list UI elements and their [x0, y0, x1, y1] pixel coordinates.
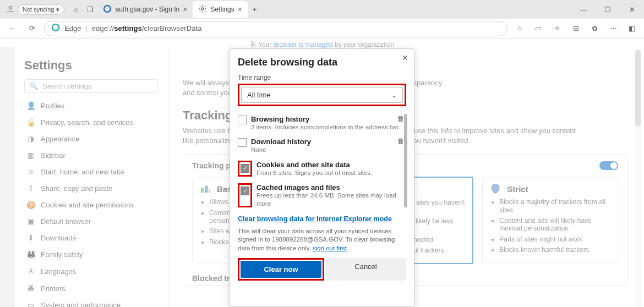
checkbox-download-history[interactable]	[238, 138, 247, 147]
close-dialog-button[interactable]: ✕	[402, 53, 408, 62]
sync-note: This will clear your data across all you…	[238, 227, 406, 253]
sidebar-icon: ▥	[26, 151, 35, 160]
sync-status-pill[interactable]: Not syncing ▾	[18, 4, 64, 15]
sidebar-item-languages[interactable]: ＡLanguages	[24, 262, 158, 280]
cookies-icon: 🍪	[26, 200, 35, 209]
shield-icon	[489, 183, 501, 195]
svg-rect-5	[205, 186, 208, 193]
time-range-select[interactable]: All time ⌄	[241, 87, 403, 103]
download-icon: ⬇	[26, 233, 35, 242]
split-screen-icon[interactable]: ◧	[624, 21, 640, 36]
family-icon: 👪	[26, 250, 35, 259]
svg-rect-4	[201, 188, 204, 193]
clear-now-button[interactable]: Clear now	[241, 261, 321, 278]
cancel-button[interactable]: Cancel	[325, 258, 406, 281]
list-item[interactable]: Download history None 🗑	[238, 135, 406, 158]
back-button[interactable]: ←	[4, 21, 20, 36]
scrollbar[interactable]	[635, 50, 641, 307]
sidebar-item-sidebar[interactable]: ▥Sidebar	[24, 147, 158, 163]
close-icon[interactable]: ×	[238, 5, 242, 14]
address-bar[interactable]: Edge | edge://settings/clearBrowserData	[44, 21, 507, 36]
svg-point-1	[104, 6, 111, 12]
search-settings-input[interactable]: 🔍 Search settings	[24, 79, 158, 93]
list-item[interactable]: ✓ Cached images and files Frees up less …	[238, 181, 406, 212]
svg-point-2	[201, 8, 204, 10]
data-type-list: Browsing history 3 items. Includes autoc…	[238, 113, 406, 212]
refresh-button[interactable]: ⟳	[24, 21, 40, 36]
search-placeholder: Search settings	[42, 82, 92, 90]
login-favicon-icon	[103, 4, 112, 15]
ie-mode-link[interactable]: Clear browsing data for Internet Explore…	[238, 215, 392, 223]
chevron-down-icon: ▾	[56, 6, 59, 13]
svg-point-0	[9, 7, 12, 9]
time-range-label: Time range	[238, 74, 406, 81]
home-icon: ⎚	[26, 167, 35, 176]
extensions-icon[interactable]: ✿	[587, 21, 602, 36]
browser-icon: ▣	[26, 217, 35, 226]
sidebar-item-default-browser[interactable]: ▣Default browser	[24, 213, 158, 229]
sidebar-item-family[interactable]: 👪Family safety	[24, 246, 158, 262]
browser-tab[interactable]: auth.gsa.gov - Sign In ×	[97, 1, 193, 18]
tracking-toggle[interactable]	[599, 161, 618, 170]
new-tab-button[interactable]: ＋	[248, 2, 262, 17]
system-icon: ▭	[26, 300, 35, 307]
trash-icon[interactable]: 🗑	[397, 114, 404, 123]
sidebar-item-cookies[interactable]: 🍪Cookies and site permissions	[24, 196, 158, 213]
favorites-icon[interactable]: ✧	[549, 21, 565, 36]
svg-point-3	[52, 24, 59, 31]
sidebar-item-start[interactable]: ⎚Start, home, and new tabs	[24, 163, 158, 180]
collections-icon[interactable]: ⊞	[568, 21, 583, 36]
edge-logo-icon	[51, 23, 60, 34]
browser-tab[interactable]: Settings ×	[193, 1, 248, 18]
tab-label: Settings	[210, 6, 234, 13]
list-item[interactable]: Browsing history 3 items. Includes autoc…	[238, 113, 406, 135]
sync-status-label: Not syncing	[23, 6, 54, 13]
home-icon[interactable]: ⌂	[69, 2, 83, 17]
settings-sidebar: Settings 🔍 Search settings 👤Profiles 🔒Pr…	[14, 47, 168, 307]
sidebar-item-appearance[interactable]: ◑Appearance	[24, 130, 158, 147]
profile-avatar-icon[interactable]	[3, 2, 18, 17]
chevron-down-icon: ⌄	[391, 91, 397, 99]
trash-icon[interactable]: 🗑	[397, 137, 404, 145]
more-menu-icon[interactable]: ⋯	[605, 21, 621, 36]
checkbox-cookies[interactable]: ✓	[241, 164, 249, 173]
workspaces-icon[interactable]: ❐	[83, 2, 97, 17]
profile-strict[interactable]: Strict Blocks a majority of trackers fro…	[482, 177, 618, 264]
reading-list-icon[interactable]: ▭	[531, 21, 546, 36]
close-window-button[interactable]: ✕	[620, 0, 644, 19]
close-icon[interactable]: ×	[183, 5, 187, 14]
favorite-star-icon[interactable]: ☆	[512, 21, 527, 36]
sidebar-item-privacy[interactable]: 🔒Privacy, search, and services	[24, 114, 158, 130]
sidebar-item-system[interactable]: ▭System and performance	[24, 297, 158, 307]
checkbox-browsing-history[interactable]	[238, 116, 247, 124]
maximize-button[interactable]: ☐	[596, 0, 620, 19]
basic-badge-icon	[199, 183, 211, 195]
window-titlebar: Not syncing ▾ ⌂ ❐ auth.gsa.gov - Sign In…	[0, 0, 644, 19]
minimize-button[interactable]: —	[571, 0, 596, 19]
sidebar-item-profiles[interactable]: 👤Profiles	[24, 97, 158, 114]
gear-favicon-icon	[198, 4, 207, 15]
sidebar-item-printers[interactable]: 🖶Printers	[24, 280, 158, 297]
svg-rect-6	[209, 189, 210, 193]
sidebar-item-share[interactable]: ⇪Share, copy and paste	[24, 180, 158, 196]
lock-icon: 🔒	[26, 118, 35, 127]
page-title: Settings	[24, 58, 158, 73]
toolbar-right: ☆ ▭ ✧ ⊞ ✿ ⋯ ◧	[512, 21, 640, 36]
scrollbar-thumb[interactable]	[635, 50, 641, 127]
share-icon: ⇪	[26, 184, 35, 193]
sign-out-link[interactable]: sign out first	[313, 245, 347, 251]
sidebar-list: 👤Profiles 🔒Privacy, search, and services…	[24, 97, 158, 307]
checkbox-cache[interactable]: ✓	[241, 187, 249, 195]
appearance-icon: ◑	[26, 134, 35, 143]
left-gutter	[0, 47, 14, 307]
languages-icon: Ａ	[26, 266, 35, 276]
tab-label: auth.gsa.gov - Sign In	[115, 6, 179, 13]
url-text: edge://settings/clearBrowserData	[92, 24, 202, 32]
sidebar-item-downloads[interactable]: ⬇Downloads	[24, 229, 158, 246]
window-controls: — ☐ ✕	[571, 0, 644, 19]
list-item[interactable]: ✓ Cookies and other site data From 6 sit…	[238, 158, 406, 181]
dialog-title: Delete browsing data	[238, 57, 406, 68]
clear-data-dialog: ✕ Delete browsing data Time range All ti…	[230, 48, 414, 307]
separator: |	[85, 24, 87, 32]
time-range-value: All time	[247, 91, 271, 99]
